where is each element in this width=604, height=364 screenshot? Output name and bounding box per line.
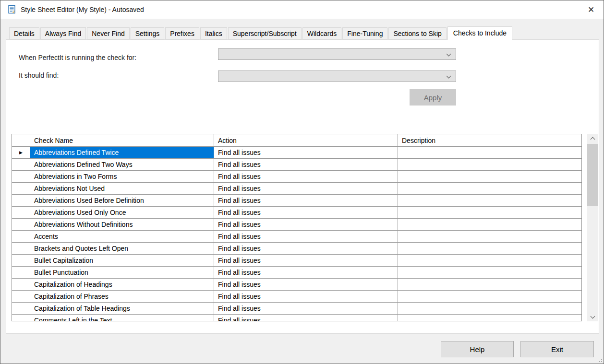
table-row[interactable]: Brackets and Quotes Left OpenFind all is…: [12, 243, 581, 255]
table-row[interactable]: Bullet CapitalizationFind all issues: [12, 255, 581, 267]
check-name-cell[interactable]: Abbreviations in Two Forms: [30, 171, 214, 183]
check-name-cell[interactable]: Capitalization of Table Headings: [30, 303, 214, 315]
description-cell[interactable]: [398, 279, 581, 291]
table-row[interactable]: Abbreviations Without DefinitionsFind al…: [12, 219, 581, 231]
check-name-cell[interactable]: Capitalization of Phrases: [30, 291, 214, 303]
check-name-cell[interactable]: Accents: [30, 231, 214, 243]
scrollbar-thumb[interactable]: [587, 144, 598, 206]
table-row[interactable]: Abbreviations in Two FormsFind all issue…: [12, 171, 581, 183]
description-cell[interactable]: [398, 147, 581, 159]
action-cell[interactable]: Find all issues: [214, 267, 398, 279]
action-cell[interactable]: Find all issues: [214, 207, 398, 219]
check-name-cell[interactable]: Abbreviations Without Definitions: [30, 219, 214, 231]
table-row[interactable]: ▶Abbreviations Defined TwiceFind all iss…: [12, 147, 581, 159]
table-row[interactable]: Comments Left in the TextFind all issues: [12, 315, 581, 321]
tab-wildcards[interactable]: Wildcards: [302, 27, 341, 39]
row-selector-cell[interactable]: [12, 183, 30, 195]
check-name-cell[interactable]: Comments Left in the Text: [30, 315, 214, 321]
table-row[interactable]: AccentsFind all issues: [12, 231, 581, 243]
check-name-cell[interactable]: Abbreviations Used Before Definition: [30, 195, 214, 207]
tab-details[interactable]: Details: [9, 27, 39, 39]
table-row[interactable]: Capitalization of Table HeadingsFind all…: [12, 303, 581, 315]
check-name-cell[interactable]: Bullet Punctuation: [30, 267, 214, 279]
row-selector-cell[interactable]: [12, 171, 30, 183]
row-selector-cell[interactable]: ▶: [12, 147, 30, 159]
scroll-up-button[interactable]: [587, 134, 598, 143]
action-cell[interactable]: Find all issues: [214, 303, 398, 315]
row-selector-cell[interactable]: [12, 207, 30, 219]
table-row[interactable]: Bullet PunctuationFind all issues: [12, 267, 581, 279]
action-cell[interactable]: Find all issues: [214, 147, 398, 159]
description-cell[interactable]: [398, 243, 581, 255]
description-cell[interactable]: [398, 195, 581, 207]
resize-grip[interactable]: [597, 357, 602, 362]
action-cell[interactable]: Find all issues: [214, 171, 398, 183]
description-cell[interactable]: [398, 315, 581, 321]
description-cell[interactable]: [398, 183, 581, 195]
tab-italics[interactable]: Italics: [200, 27, 227, 39]
action-cell[interactable]: Find all issues: [214, 315, 398, 321]
table-row[interactable]: Capitalization of PhrasesFind all issues: [12, 291, 581, 303]
help-button[interactable]: Help: [441, 341, 514, 357]
tab-settings[interactable]: Settings: [131, 27, 165, 39]
check-name-cell[interactable]: Abbreviations Defined Two Ways: [30, 159, 214, 171]
row-selector-cell[interactable]: [12, 303, 30, 315]
close-icon[interactable]: ✕: [583, 2, 599, 17]
action-cell[interactable]: Find all issues: [214, 159, 398, 171]
description-cell[interactable]: [398, 291, 581, 303]
action-cell[interactable]: Find all issues: [214, 279, 398, 291]
column-header-check-name[interactable]: Check Name: [30, 134, 214, 147]
tab-fine-tuning[interactable]: Fine-Tuning: [342, 27, 387, 39]
tab-checks-to-include[interactable]: Checks to Include: [447, 26, 512, 40]
table-row[interactable]: Capitalization of HeadingsFind all issue…: [12, 279, 581, 291]
description-cell[interactable]: [398, 231, 581, 243]
table-row[interactable]: Abbreviations Used Only OnceFind all iss…: [12, 207, 581, 219]
row-selector-cell[interactable]: [12, 279, 30, 291]
exit-button[interactable]: Exit: [520, 341, 594, 357]
row-selector-cell[interactable]: [12, 195, 30, 207]
tab-sections-to-skip[interactable]: Sections to Skip: [388, 27, 446, 39]
tab-superscript-subscript[interactable]: Superscript/Subscript: [228, 27, 302, 39]
check-name-cell[interactable]: Abbreviations Used Only Once: [30, 207, 214, 219]
description-cell[interactable]: [398, 255, 581, 267]
tab-never-find[interactable]: Never Find: [87, 27, 129, 39]
check-name-cell[interactable]: Abbreviations Not Used: [30, 183, 214, 195]
row-selector-cell[interactable]: [12, 291, 30, 303]
scroll-down-button[interactable]: [587, 312, 598, 321]
description-cell[interactable]: [398, 267, 581, 279]
action-cell[interactable]: Find all issues: [214, 219, 398, 231]
check-name-cell[interactable]: Brackets and Quotes Left Open: [30, 243, 214, 255]
row-selector-cell[interactable]: [12, 159, 30, 171]
description-cell[interactable]: [398, 159, 581, 171]
row-selector-cell[interactable]: [12, 315, 30, 321]
action-cell[interactable]: Find all issues: [214, 231, 398, 243]
description-cell[interactable]: [398, 207, 581, 219]
row-selector-cell[interactable]: [12, 255, 30, 267]
column-header-description[interactable]: Description: [398, 134, 581, 147]
description-cell[interactable]: [398, 171, 581, 183]
table-row[interactable]: Abbreviations Defined Two WaysFind all i…: [12, 159, 581, 171]
check-name-cell[interactable]: Bullet Capitalization: [30, 255, 214, 267]
action-cell[interactable]: Find all issues: [214, 243, 398, 255]
action-cell[interactable]: Find all issues: [214, 255, 398, 267]
row-selector-cell[interactable]: [12, 267, 30, 279]
row-selector-cell[interactable]: [12, 231, 30, 243]
description-cell[interactable]: [398, 303, 581, 315]
table-row[interactable]: Abbreviations Used Before DefinitionFind…: [12, 195, 581, 207]
running-check-for-dropdown[interactable]: [218, 48, 456, 60]
it-should-find-dropdown[interactable]: [218, 70, 456, 82]
column-header-action[interactable]: Action: [214, 134, 398, 147]
table-row[interactable]: Abbreviations Not UsedFind all issues: [12, 183, 581, 195]
tab-prefixes[interactable]: Prefixes: [165, 27, 199, 39]
tab-always-find[interactable]: Always Find: [40, 27, 86, 39]
check-name-cell[interactable]: Abbreviations Defined Twice: [30, 147, 214, 159]
action-cell[interactable]: Find all issues: [214, 195, 398, 207]
description-cell[interactable]: [398, 219, 581, 231]
row-selector-cell[interactable]: [12, 243, 30, 255]
apply-button[interactable]: Apply: [410, 89, 456, 106]
row-selector-cell[interactable]: [12, 219, 30, 231]
action-cell[interactable]: Find all issues: [214, 183, 398, 195]
check-name-cell[interactable]: Capitalization of Headings: [30, 279, 214, 291]
vertical-scrollbar[interactable]: [587, 134, 598, 321]
action-cell[interactable]: Find all issues: [214, 291, 398, 303]
